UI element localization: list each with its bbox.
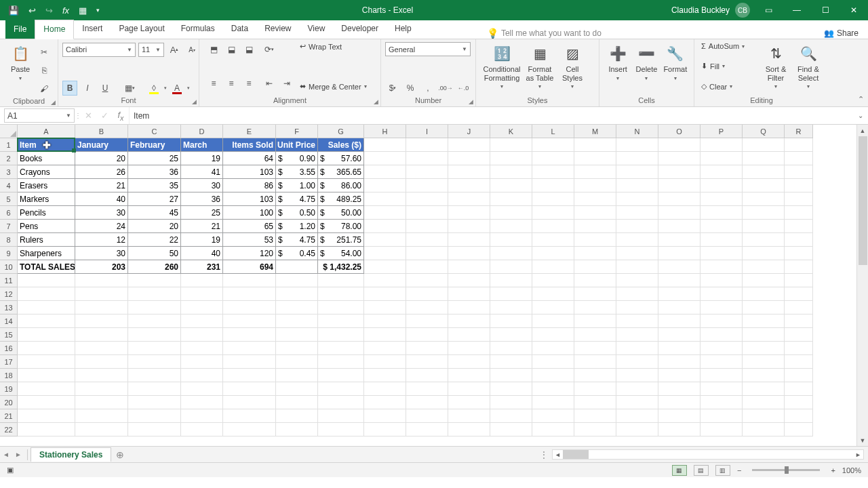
cell[interactable] [574,260,616,274]
cell[interactable] [181,396,223,409]
cell[interactable] [490,260,532,274]
cell[interactable]: Sales ($) [318,138,364,152]
cell[interactable] [406,314,448,328]
cell[interactable]: $54.00 [318,247,364,260]
cell[interactable] [75,409,128,423]
cell[interactable] [318,396,364,409]
cell[interactable] [532,220,574,233]
cell[interactable] [616,274,658,287]
cell[interactable] [658,369,701,382]
cell[interactable] [364,396,406,409]
cell[interactable] [448,165,490,179]
cell[interactable] [658,260,701,274]
cell[interactable] [701,355,743,369]
cell[interactable]: 36 [128,165,181,179]
cell[interactable] [701,396,743,409]
column-header[interactable]: C [128,125,181,138]
cell[interactable] [743,423,785,436]
cell[interactable]: $ 1,432.25 [318,260,364,274]
cell[interactable] [658,301,701,314]
cell[interactable]: 40 [75,192,128,206]
cell[interactable] [364,274,406,287]
cell[interactable] [532,233,574,247]
fx-icon[interactable]: fx [113,110,129,122]
cell[interactable]: February [128,138,181,152]
tab-file[interactable]: File [5,20,35,39]
sheet-nav-prev-icon[interactable]: ◄ [0,451,12,458]
cell[interactable] [448,192,490,206]
cell[interactable] [181,274,223,287]
cell[interactable] [448,423,490,436]
cell[interactable] [223,342,276,355]
cell[interactable] [448,233,490,247]
cell[interactable] [658,287,701,301]
cell[interactable]: 694 [223,260,276,274]
cell[interactable] [364,423,406,436]
cell[interactable] [701,138,743,152]
cell[interactable]: 19 [181,152,223,165]
cell[interactable]: Rulers [18,233,75,247]
cell[interactable] [276,355,318,369]
conditional-formatting-button[interactable]: 🔢Conditional Formatting▾ [480,42,524,89]
cell[interactable] [448,314,490,328]
row-header[interactable]: 10 [0,260,18,274]
cell[interactable] [701,152,743,165]
cell[interactable] [318,287,364,301]
cell[interactable] [701,328,743,342]
cell[interactable] [406,220,448,233]
cell[interactable] [448,206,490,220]
cell[interactable] [181,369,223,382]
cell[interactable] [743,260,785,274]
row-header[interactable]: 4 [0,179,18,192]
cell[interactable] [785,233,813,247]
bold-button[interactable]: B [62,81,77,96]
cell[interactable] [276,314,318,328]
tab-home[interactable]: Home [35,20,74,39]
undo-icon[interactable]: ↩ [28,5,36,16]
cell[interactable] [743,342,785,355]
cell[interactable] [490,355,532,369]
cell[interactable] [364,301,406,314]
cell[interactable] [490,369,532,382]
cell[interactable]: 30 [75,247,128,260]
cell[interactable] [785,342,813,355]
row-header[interactable]: 1 [0,138,18,152]
cell[interactable] [364,382,406,396]
sheet-nav-next-icon[interactable]: ► [12,451,24,458]
row-header[interactable]: 20 [0,396,18,409]
cell[interactable] [490,206,532,220]
cell[interactable] [490,342,532,355]
page-layout-view-icon[interactable]: ▤ [694,465,709,476]
cell[interactable] [364,409,406,423]
sheet-tab[interactable]: Stationery Sales [31,447,111,462]
cell[interactable] [406,206,448,220]
cell[interactable] [532,179,574,192]
row-header[interactable]: 22 [0,423,18,436]
cell[interactable] [616,260,658,274]
cell[interactable] [658,328,701,342]
clear-button[interactable]: ◇Clear▾ [701,82,757,91]
cell[interactable]: 27 [128,192,181,206]
column-header[interactable]: N [616,125,658,138]
cell[interactable] [364,287,406,301]
cell[interactable]: $4.75 [276,192,318,206]
cell[interactable]: 30 [181,179,223,192]
cell[interactable]: 103 [223,165,276,179]
row-header[interactable]: 2 [0,152,18,165]
cell[interactable] [364,165,406,179]
cell[interactable] [364,233,406,247]
cell[interactable] [128,423,181,436]
decrease-decimal-icon[interactable]: ←.0 [456,81,471,96]
cell[interactable] [532,423,574,436]
minimize-button[interactable]: ― [783,0,811,20]
column-header[interactable]: E [223,125,276,138]
cell[interactable] [406,382,448,396]
cell[interactable] [18,355,75,369]
cell[interactable]: 50 [128,247,181,260]
cell[interactable] [532,355,574,369]
zoom-slider[interactable] [752,469,820,471]
redo-icon[interactable]: ↪ [45,5,53,16]
cell[interactable] [276,409,318,423]
cell[interactable] [785,301,813,314]
cell[interactable] [701,260,743,274]
